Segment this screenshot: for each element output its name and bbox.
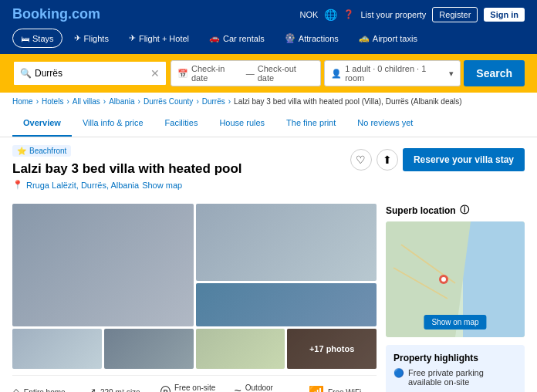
- logo-suffix: .com: [68, 6, 100, 22]
- thumb-4[interactable]: +17 photos: [287, 329, 377, 369]
- destination-field[interactable]: 🔍 ✕: [12, 60, 167, 86]
- content-right: Superb location ⓘ: [386, 204, 525, 392]
- amenities-grid: ⌂ Entire home ⤢ 220 m² size P Free on-si…: [12, 375, 377, 392]
- amenity-wifi: 📶 Free WiFi: [309, 384, 377, 392]
- chevron-down-icon: ▾: [449, 69, 454, 79]
- breadcrumb-all-villas[interactable]: All villas: [73, 97, 100, 106]
- photo-grid-top: [12, 204, 377, 326]
- tab-attractions[interactable]: 🎡 Attractions: [276, 29, 347, 48]
- tab-fine-print[interactable]: The fine print: [275, 110, 346, 137]
- attraction-icon: 🎡: [285, 33, 296, 43]
- highlight-parking: 🔵 Free private parking available on-site: [393, 368, 517, 387]
- header: Booking.com NOK 🌐 ❓ List your property R…: [0, 0, 537, 29]
- beachfront-badge: ⭐ Beachfront: [12, 145, 71, 157]
- main-content: +17 photos ⌂ Entire home ⤢ 220 m² size P…: [0, 196, 537, 392]
- breadcrumb-durres-county[interactable]: Durrës County: [144, 97, 193, 106]
- flag-icon: 🌐: [324, 8, 337, 21]
- taxi-icon: 🚕: [359, 33, 370, 43]
- tab-villa-info[interactable]: Villa info & price: [72, 110, 154, 137]
- thumb-2[interactable]: [104, 329, 194, 369]
- map-visual: Show on map: [386, 221, 525, 337]
- breadcrumb-hotels[interactable]: Hotels: [42, 97, 63, 106]
- photo-main[interactable]: [12, 204, 194, 326]
- breadcrumb-home[interactable]: Home: [12, 97, 33, 106]
- tab-facilities[interactable]: Facilities: [154, 110, 209, 137]
- currency: NOK: [300, 10, 319, 19]
- more-photos-overlay[interactable]: +17 photos: [287, 329, 377, 369]
- logo: Booking.com: [12, 6, 100, 22]
- signin-button[interactable]: Sign in: [484, 8, 525, 22]
- thumb-3[interactable]: [196, 329, 285, 369]
- info-icon: ⓘ: [460, 204, 469, 217]
- amenity-size: ⤢ 220 m² size: [86, 384, 154, 392]
- checkout-label: Check-out date: [258, 64, 314, 83]
- entire-home-icon: ⌂: [12, 385, 20, 392]
- property-location: 📍 Rruga Lalëzit, Durrës, Albania Show ma…: [12, 180, 242, 190]
- plane-hotel-icon: ✈: [129, 33, 136, 43]
- date-field[interactable]: 📅 Check-in date — Check-out date: [171, 60, 321, 86]
- thumb-1[interactable]: [12, 329, 102, 369]
- tab-house-rules[interactable]: House rules: [208, 110, 275, 137]
- wifi-icon: 📶: [309, 385, 324, 393]
- amenity-pool: ≈ Outdoor swimming pool: [235, 384, 302, 392]
- star-icon: ⭐: [17, 147, 26, 155]
- breadcrumb-durres[interactable]: Durrës: [202, 97, 225, 106]
- reserve-button[interactable]: Reserve your villa stay: [403, 148, 525, 171]
- property-header: ⭐ Beachfront Lalzi bay 3 bed villa with …: [0, 137, 537, 196]
- photo-bottom-right[interactable]: [196, 283, 377, 326]
- location-search-icon: 🔍: [20, 68, 32, 79]
- tab-flights[interactable]: ✈ Flights: [66, 29, 117, 48]
- check-parking-icon: 🔵: [393, 368, 404, 378]
- svg-point-6: [441, 277, 446, 282]
- plane-icon: ✈: [74, 33, 81, 43]
- tab-airport-taxis[interactable]: 🚕 Airport taxis: [350, 29, 426, 48]
- register-button[interactable]: Register: [432, 7, 478, 22]
- search-bar: 🔍 ✕ 📅 Check-in date — Check-out date 👤 1…: [0, 54, 537, 93]
- calendar-icon: 📅: [177, 69, 188, 79]
- tab-overview[interactable]: Overview: [12, 110, 72, 137]
- property-highlights: Property highlights 🔵 Free private parki…: [386, 345, 525, 392]
- content-left: +17 photos ⌂ Entire home ⤢ 220 m² size P…: [12, 204, 377, 392]
- map-pin-icon: 📍: [12, 180, 23, 190]
- show-map-link[interactable]: Show map: [142, 181, 182, 190]
- header-right: NOK 🌐 ❓ List your property Register Sign…: [300, 7, 525, 22]
- search-button[interactable]: Search: [464, 60, 525, 86]
- amenity-entire-home: ⌂ Entire home: [12, 384, 80, 392]
- tab-no-reviews[interactable]: No reviews yet: [346, 110, 424, 137]
- pool-icon: ≈: [235, 385, 241, 392]
- car-icon: 🚗: [209, 33, 220, 43]
- destination-input[interactable]: [35, 68, 150, 79]
- logo-text: Booking: [12, 6, 68, 22]
- map-placeholder: Show on map: [386, 221, 525, 337]
- share-button[interactable]: ⬆: [377, 149, 398, 171]
- nav-tabs: 🛏 Stays ✈ Flights ✈ Flight + Hotel 🚗 Car…: [0, 29, 537, 54]
- property-title: Lalzi bay 3 bed villa with heated pool: [12, 161, 242, 177]
- breadcrumb: Home› Hotels› All villas› Albania› Durrë…: [0, 93, 537, 110]
- photo-thumbnails: +17 photos: [12, 329, 377, 369]
- map-section: Superb location ⓘ: [386, 204, 525, 337]
- help-icon: ❓: [343, 9, 354, 19]
- person-icon: 👤: [331, 69, 342, 79]
- wishlist-button[interactable]: ♡: [350, 149, 372, 171]
- amenity-parking: P Free on-site parking: [160, 384, 228, 392]
- guests-field[interactable]: 👤 1 adult · 0 children · 1 room ▾: [324, 60, 461, 86]
- bed-icon: 🛏: [21, 34, 29, 43]
- tab-flight-hotel[interactable]: ✈ Flight + Hotel: [120, 29, 198, 48]
- size-icon: ⤢: [86, 385, 96, 393]
- property-tabs: Overview Villa info & price Facilities H…: [0, 110, 537, 137]
- clear-destination-button[interactable]: ✕: [150, 67, 160, 79]
- breadcrumb-current: Lalzi bay 3 bed villa with heated pool (…: [234, 97, 462, 106]
- show-on-map-button[interactable]: Show on map: [424, 315, 486, 329]
- checkin-label: Check-in date: [191, 64, 243, 83]
- list-property-link[interactable]: List your property: [360, 10, 426, 19]
- guests-value: 1 adult · 0 children · 1 room: [345, 64, 446, 83]
- tab-stays[interactable]: 🛏 Stays: [12, 29, 62, 48]
- tab-car-rentals[interactable]: 🚗 Car rentals: [201, 29, 273, 48]
- superb-location-label: Superb location ⓘ: [386, 204, 525, 217]
- parking-icon: P: [160, 386, 171, 392]
- breadcrumb-albania[interactable]: Albania: [109, 97, 134, 106]
- photo-top-right[interactable]: [196, 204, 377, 281]
